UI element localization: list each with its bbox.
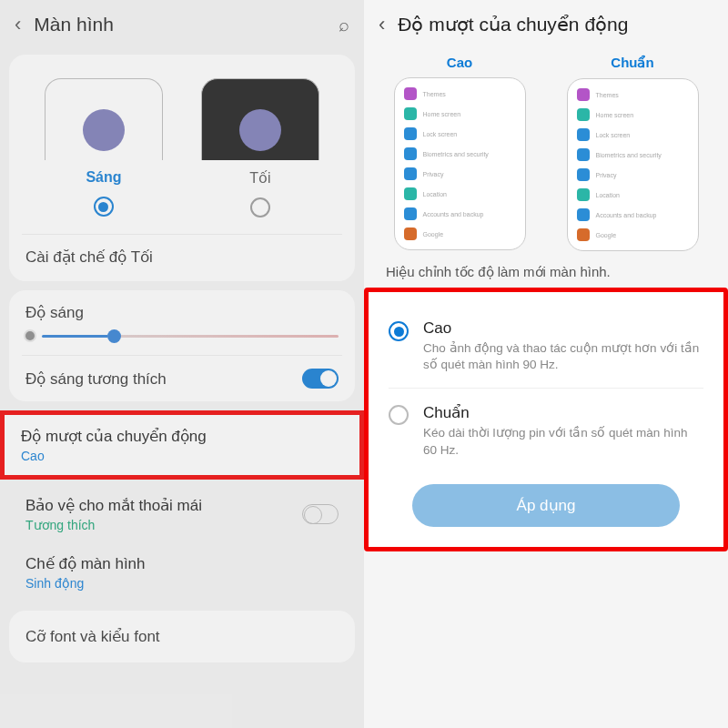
theme-dark-option[interactable]: Tối bbox=[190, 78, 331, 217]
preview-high-label: Cao bbox=[447, 55, 472, 70]
brightness-label: Độ sáng bbox=[25, 303, 339, 322]
motion-smoothness-screen: ‹ Độ mượt của chuyển động Cao ThemesHome… bbox=[364, 0, 728, 728]
mini-list-item: Location bbox=[596, 192, 620, 198]
dark-mode-settings-row[interactable]: Cài đặt chế độ Tối bbox=[25, 235, 339, 267]
eye-comfort-value: Tương thích bbox=[25, 518, 202, 532]
screen-mode-row[interactable]: Chế độ màn hình Sinh động bbox=[9, 543, 355, 602]
mini-phone-high: ThemesHome screenLock screenBiometrics a… bbox=[394, 77, 526, 250]
mini-list-item: Themes bbox=[423, 91, 446, 97]
back-icon[interactable]: ‹ bbox=[379, 13, 385, 36]
option-high-desc: Cho ảnh động và thao tác cuộn mượt hơn v… bbox=[423, 340, 703, 373]
mini-list-item: Biometrics and security bbox=[423, 151, 489, 157]
page-title: Màn hình bbox=[34, 14, 339, 35]
option-standard-desc: Kéo dài thời lượng pin với tần số quét m… bbox=[423, 425, 703, 458]
adaptive-brightness-label: Độ sáng tương thích bbox=[25, 369, 167, 389]
sun-icon bbox=[25, 331, 35, 340]
option-high[interactable]: Cao Cho ảnh động và thao tác cuộn mượt h… bbox=[389, 310, 703, 382]
motion-value: Cao bbox=[21, 449, 343, 463]
mini-phone-standard: ThemesHome screenLock screenBiometrics a… bbox=[567, 78, 699, 251]
mini-list-item: Biometrics and security bbox=[596, 152, 662, 158]
mini-list-item: Home screen bbox=[596, 112, 634, 118]
description-text: Hiệu chỉnh tốc độ làm mới màn hình. bbox=[364, 260, 728, 280]
theme-light-option[interactable]: Sáng bbox=[34, 78, 175, 217]
mini-list-item: Location bbox=[423, 191, 447, 197]
screen-mode-value: Sinh động bbox=[25, 576, 339, 591]
mini-list-item: Lock screen bbox=[596, 132, 631, 138]
mini-list-item: Themes bbox=[596, 92, 619, 98]
divider bbox=[389, 388, 703, 389]
theme-dark-label: Tối bbox=[249, 169, 270, 187]
font-row[interactable]: Cỡ font và kiểu font bbox=[9, 611, 355, 662]
eye-comfort-title: Bảo vệ cho mắt thoải mái bbox=[25, 496, 202, 515]
brightness-card: Độ sáng Độ sáng tương thích bbox=[9, 290, 355, 401]
screen-mode-title: Chế độ màn hình bbox=[25, 554, 339, 573]
mini-list-item: Accounts and backup bbox=[423, 211, 484, 217]
preview-standard-label: Chuẩn bbox=[611, 55, 653, 71]
option-standard-title: Chuẩn bbox=[423, 403, 703, 422]
refresh-rate-panel: Cao Cho ảnh động và thao tác cuộn mượt h… bbox=[364, 288, 728, 551]
theme-card: Sáng Tối Cài đặt chế độ Tối bbox=[9, 55, 355, 281]
radio-light[interactable] bbox=[94, 197, 114, 217]
mini-list-item: Google bbox=[423, 231, 444, 238]
phone-preview-dark bbox=[201, 78, 319, 160]
page-title: Độ mượt của chuyển động bbox=[398, 14, 713, 35]
apply-button[interactable]: Áp dụng bbox=[412, 484, 680, 527]
preview-standard: Chuẩn ThemesHome screenLock screenBiomet… bbox=[567, 55, 699, 251]
mini-list-item: Home screen bbox=[423, 111, 461, 117]
motion-title: Độ mượt của chuyển động bbox=[21, 427, 343, 446]
search-icon[interactable]: ⌕ bbox=[339, 15, 349, 35]
mini-list-item: Privacy bbox=[596, 172, 617, 178]
option-standard[interactable]: Chuẩn Kéo dài thời lượng pin với tần số … bbox=[389, 394, 703, 467]
mini-list-item: Privacy bbox=[423, 171, 444, 177]
mini-list-item: Google bbox=[596, 232, 617, 238]
back-icon[interactable]: ‹ bbox=[15, 13, 21, 36]
mini-list-item: Accounts and backup bbox=[596, 212, 657, 218]
phone-preview-light bbox=[45, 78, 163, 160]
brightness-slider[interactable] bbox=[25, 331, 339, 340]
header: ‹ Độ mượt của chuyển động bbox=[364, 0, 728, 49]
radio-high[interactable] bbox=[389, 321, 409, 341]
option-high-title: Cao bbox=[423, 319, 703, 338]
eye-comfort-toggle[interactable] bbox=[302, 504, 339, 524]
header: ‹ Màn hình ⌕ bbox=[0, 0, 364, 49]
preview-high: Cao ThemesHome screenLock screenBiometri… bbox=[394, 55, 526, 251]
preview-row: Cao ThemesHome screenLock screenBiometri… bbox=[364, 49, 728, 260]
mini-list-item: Lock screen bbox=[423, 131, 458, 137]
theme-light-label: Sáng bbox=[86, 169, 121, 186]
motion-smoothness-row[interactable]: Độ mượt của chuyển động Cao bbox=[0, 410, 364, 480]
display-settings-screen: ‹ Màn hình ⌕ Sáng Tối Cài đặt chế độ Tối… bbox=[0, 0, 364, 728]
adaptive-brightness-toggle[interactable] bbox=[302, 369, 339, 389]
radio-standard[interactable] bbox=[389, 405, 409, 425]
radio-dark[interactable] bbox=[250, 197, 270, 217]
